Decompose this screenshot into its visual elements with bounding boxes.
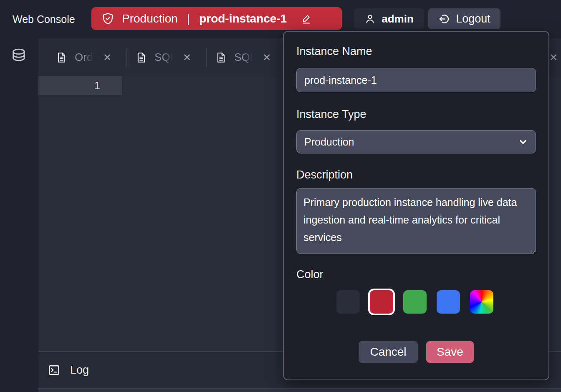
- edit-instance-dialog: Instance Name Instance Type Production D…: [283, 31, 549, 380]
- file-icon: [216, 52, 226, 63]
- instance-name-input[interactable]: [296, 68, 536, 92]
- file-icon: [57, 52, 66, 63]
- line-number: 1: [38, 76, 122, 95]
- instance-badge[interactable]: Production | prod-instance-1: [91, 7, 342, 30]
- color-label: Color: [296, 268, 536, 281]
- description-label: Description: [296, 168, 536, 181]
- tab-divider: [206, 48, 207, 67]
- tab-sql-2[interactable]: SQL ✕: [216, 51, 277, 64]
- user-name: admin: [382, 13, 414, 25]
- database-icon[interactable]: [10, 48, 27, 66]
- tab-close-icon[interactable]: ✕: [263, 53, 271, 63]
- cancel-button[interactable]: Cancel: [359, 341, 418, 363]
- tab-close-icon[interactable]: ✕: [103, 53, 111, 63]
- dialog-actions: Cancel Save: [296, 341, 536, 363]
- logout-button[interactable]: Logout: [428, 8, 500, 29]
- file-icon: [136, 52, 146, 63]
- logout-icon: [438, 13, 450, 25]
- log-label: Log: [70, 364, 89, 377]
- instance-name-label: prod-instance-1: [199, 12, 287, 25]
- app-title: Web Console: [13, 0, 75, 38]
- tab-label: Ord: [75, 51, 95, 64]
- description-textarea[interactable]: Primary production instance handling liv…: [296, 188, 536, 254]
- color-swatch-row: [336, 290, 536, 314]
- color-swatch-red[interactable]: [370, 290, 393, 314]
- instance-type-select[interactable]: Production: [296, 130, 536, 153]
- save-button[interactable]: Save: [426, 341, 474, 363]
- tab-label: SQL: [234, 51, 254, 64]
- tab-close-icon-far[interactable]: ✕: [549, 38, 558, 76]
- user-icon: [364, 13, 376, 25]
- tab-orders[interactable]: Ord ✕: [57, 51, 117, 64]
- color-swatch-green[interactable]: [403, 290, 427, 314]
- instance-name-label: Instance Name: [296, 45, 536, 58]
- color-swatch-blue[interactable]: [437, 290, 460, 314]
- bottom-strip: [38, 389, 561, 392]
- logout-label: Logout: [456, 13, 490, 25]
- instance-type-value: Production: [304, 136, 354, 148]
- edit-pencil-icon[interactable]: [301, 13, 313, 25]
- badge-separator: |: [187, 12, 190, 25]
- shield-check-icon: [101, 12, 114, 25]
- chevron-down-icon: [518, 137, 528, 147]
- color-swatch-default[interactable]: [336, 290, 360, 314]
- active-line-gutter: 1: [38, 76, 122, 95]
- tab-close-icon[interactable]: ✕: [183, 53, 191, 63]
- color-swatch-custom[interactable]: [470, 290, 493, 314]
- web-console-app: Web Console Production | prod-instance-1: [0, 0, 561, 392]
- user-button[interactable]: admin: [354, 8, 424, 29]
- instance-type-label: Instance Type: [296, 108, 536, 121]
- terminal-icon: [48, 364, 60, 376]
- tab-sql-1[interactable]: SQL ✕: [136, 51, 197, 64]
- tab-divider: [126, 48, 127, 67]
- tab-label: SQL: [154, 51, 174, 64]
- environment-label: Production: [122, 12, 178, 25]
- left-sidebar: [0, 38, 38, 388]
